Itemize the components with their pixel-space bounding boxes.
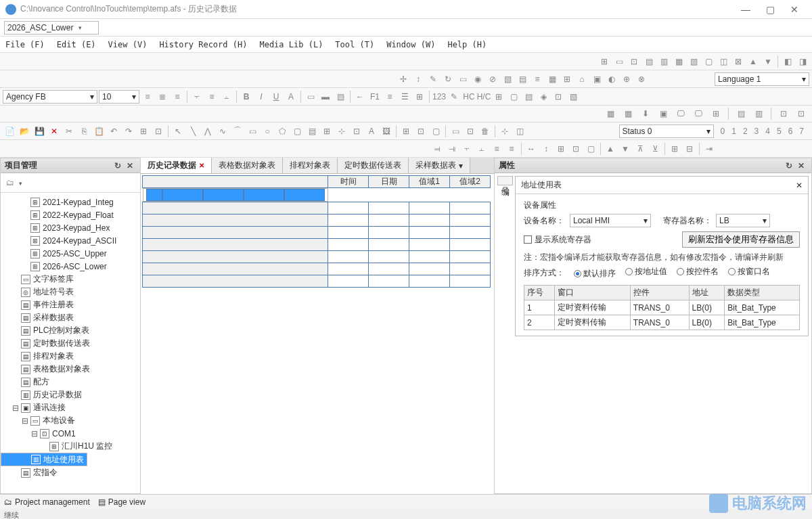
status-number[interactable]: 6 bbox=[788, 127, 793, 136]
menu-item[interactable]: History Record (H) bbox=[159, 40, 247, 49]
tool-icon[interactable]: ⊠ bbox=[731, 55, 745, 68]
align-icon[interactable]: ⫟ bbox=[460, 142, 474, 156]
tree-item[interactable]: ▤配方 bbox=[1, 376, 140, 388]
status-number[interactable]: 2 bbox=[743, 127, 748, 136]
align-icon[interactable]: ⫣ bbox=[445, 142, 459, 156]
tree-item[interactable]: ▤宏指令 bbox=[1, 466, 140, 479]
tree-item[interactable]: ⊟⊡COM1 bbox=[1, 427, 140, 440]
status-number[interactable]: 7 bbox=[799, 127, 804, 136]
status-project-management[interactable]: 🗂 Project management bbox=[4, 497, 90, 507]
grid-rowhead[interactable] bbox=[143, 227, 328, 239]
text-icon[interactable]: A bbox=[365, 125, 378, 138]
menu-item[interactable]: Help (H) bbox=[447, 40, 487, 49]
status-number[interactable]: 4 bbox=[765, 127, 770, 136]
tool-icon[interactable]: ▤ bbox=[522, 90, 535, 104]
grid-cell[interactable] bbox=[244, 189, 284, 201]
tool-icon[interactable]: ▥ bbox=[657, 55, 671, 68]
show-sys-reg-checkbox[interactable]: 显示系统寄存器 bbox=[524, 234, 591, 246]
paste-icon[interactable]: 📋 bbox=[92, 125, 106, 138]
polygon-icon[interactable]: ⬠ bbox=[275, 125, 289, 138]
new-icon[interactable]: 📄 bbox=[3, 125, 16, 138]
italic-icon[interactable]: I bbox=[254, 90, 268, 104]
status-combo[interactable]: Status 0 ▾ bbox=[619, 125, 714, 138]
grid-cell[interactable] bbox=[203, 189, 244, 201]
tool-icon[interactable]: ⊕ bbox=[620, 72, 633, 86]
grid-cell[interactable] bbox=[450, 263, 491, 275]
scale-icon[interactable]: ⊹ bbox=[335, 125, 348, 138]
menu-item[interactable]: View (V) bbox=[108, 40, 148, 49]
align-middle-icon[interactable]: ≡ bbox=[205, 90, 219, 104]
font-color-icon[interactable]: A bbox=[284, 90, 298, 104]
tree-item[interactable]: ◎地址符号表 bbox=[1, 286, 140, 298]
grid-cell[interactable] bbox=[450, 227, 491, 239]
tool-icon[interactable]: ◈ bbox=[537, 90, 550, 104]
tool-icon[interactable]: ◨ bbox=[796, 55, 809, 68]
tool-icon[interactable]: ⊞ bbox=[320, 125, 334, 138]
align-right-icon[interactable]: ≡ bbox=[171, 90, 184, 104]
curve-icon[interactable]: ∿ bbox=[216, 125, 229, 138]
tool-icon[interactable]: ◧ bbox=[781, 55, 794, 68]
tree-item[interactable]: ⊞2023-Keypad_Hex bbox=[1, 221, 140, 234]
layer-icon[interactable]: ⊼ bbox=[633, 142, 647, 156]
layer-icon[interactable]: ▲ bbox=[604, 142, 617, 156]
tool-icon[interactable]: F1 bbox=[368, 90, 382, 104]
tool-icon[interactable]: ✎ bbox=[447, 90, 461, 104]
tool-icon[interactable]: ⊞ bbox=[709, 107, 723, 120]
grid-cell[interactable] bbox=[369, 239, 409, 251]
grid-cell[interactable] bbox=[328, 215, 369, 227]
tree-item[interactable]: ⊞2021-Keypad_Integ bbox=[1, 196, 140, 208]
sort-radio[interactable]: 按地址值 bbox=[625, 266, 667, 277]
tree-item[interactable]: ⊞汇川H1U 监控 bbox=[1, 440, 140, 453]
align-icon[interactable]: ⫠ bbox=[475, 142, 489, 156]
tool-icon[interactable]: ▢ bbox=[429, 125, 443, 138]
tool-icon[interactable]: ⊹ bbox=[498, 125, 512, 138]
grid-cell[interactable] bbox=[328, 263, 369, 275]
grid-cell[interactable] bbox=[409, 275, 450, 288]
grid-rowhead[interactable] bbox=[146, 189, 162, 201]
tree-item[interactable]: ▤PLC控制对象表 bbox=[1, 324, 140, 337]
tool-icon[interactable]: ▣ bbox=[590, 72, 604, 86]
line-icon[interactable]: ╲ bbox=[186, 125, 200, 138]
grid-cell[interactable] bbox=[369, 251, 409, 263]
bold-icon[interactable]: B bbox=[240, 90, 253, 104]
tree-item[interactable]: ▤表格数据对象表 bbox=[1, 363, 140, 376]
tool-icon[interactable]: ▦ bbox=[604, 107, 617, 120]
align-icon[interactable]: ⫤ bbox=[430, 142, 444, 156]
language-combo[interactable]: Language 1 ▾ bbox=[715, 72, 809, 86]
trash-icon[interactable]: 🗑 bbox=[478, 125, 492, 138]
grid-cell[interactable] bbox=[450, 251, 491, 263]
tool-icon[interactable]: ▥ bbox=[752, 107, 765, 120]
tool-icon[interactable]: ⊞ bbox=[399, 125, 413, 138]
refresh-macro-button[interactable]: 刷新宏指令使用寄存器信息 bbox=[682, 231, 800, 248]
sort-radio[interactable]: 按窗口名 bbox=[728, 266, 770, 277]
align-top-icon[interactable]: ⫟ bbox=[190, 90, 204, 104]
pointer-icon[interactable]: ↖ bbox=[171, 125, 185, 138]
grid-cell[interactable] bbox=[328, 275, 369, 288]
tool-icon[interactable]: 123 bbox=[432, 90, 446, 104]
grid-header[interactable]: 值域2 bbox=[450, 176, 491, 188]
tree-item[interactable]: ▤排程对象表 bbox=[1, 350, 140, 363]
menu-item[interactable]: Media Lib (L) bbox=[259, 40, 323, 49]
status-number[interactable]: 3 bbox=[754, 127, 759, 136]
download-icon[interactable]: ⬇ bbox=[639, 107, 652, 120]
device-name-select[interactable]: Local HMI ▾ bbox=[570, 214, 651, 227]
tool-icon[interactable]: ⊡ bbox=[414, 125, 428, 138]
grid-cell[interactable] bbox=[409, 239, 450, 251]
tree-item[interactable]: ⊞2026-ASC_Lower bbox=[1, 260, 140, 273]
tool-icon[interactable]: ▭ bbox=[612, 55, 626, 68]
tool-icon[interactable]: ⊡ bbox=[350, 125, 363, 138]
grid-cell[interactable] bbox=[369, 202, 409, 215]
grid-cell[interactable] bbox=[450, 275, 491, 288]
grid-cell[interactable] bbox=[284, 189, 325, 201]
grid-rowhead[interactable] bbox=[143, 239, 328, 251]
grid-cell[interactable] bbox=[328, 202, 369, 215]
grid-rowhead[interactable] bbox=[143, 275, 328, 288]
tool-icon[interactable]: ⊡ bbox=[777, 107, 790, 120]
document-tab[interactable]: 排程对象表 bbox=[283, 158, 338, 173]
tool-icon[interactable]: ▦ bbox=[672, 55, 685, 68]
refresh-icon[interactable]: ↻ bbox=[112, 161, 124, 171]
exit-icon[interactable]: ⇥ bbox=[702, 142, 716, 156]
tool-icon[interactable]: ↕ bbox=[411, 72, 425, 86]
ungroup-icon[interactable]: ⊟ bbox=[683, 142, 696, 156]
tool-icon[interactable]: ▧ bbox=[687, 55, 700, 68]
